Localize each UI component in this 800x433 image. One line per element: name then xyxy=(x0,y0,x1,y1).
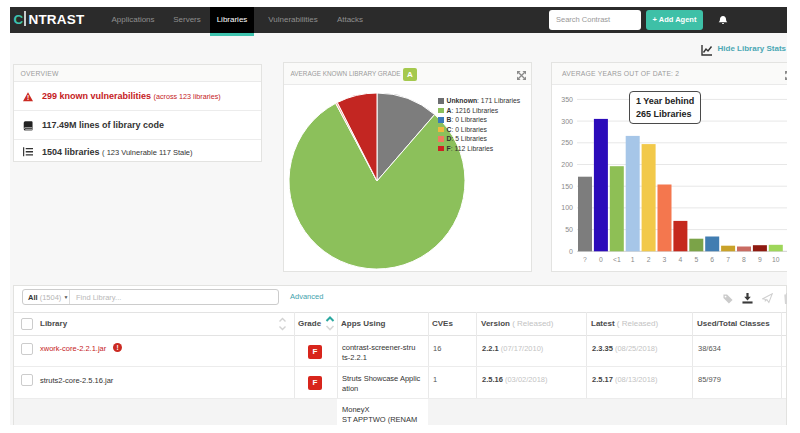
svg-text:100: 100 xyxy=(561,204,573,211)
svg-text:200: 200 xyxy=(561,161,573,168)
svg-text:!: ! xyxy=(116,344,118,351)
svg-text:0: 0 xyxy=(569,248,573,255)
svg-text:6: 6 xyxy=(710,256,714,263)
svg-text:7: 7 xyxy=(726,256,730,263)
svg-text:8: 8 xyxy=(742,256,746,263)
svg-text:!: ! xyxy=(27,94,29,101)
svg-text:10: 10 xyxy=(772,256,780,263)
svg-text:?: ? xyxy=(583,256,587,263)
svg-text:300: 300 xyxy=(561,118,573,125)
svg-text:2: 2 xyxy=(647,256,651,263)
svg-text:5: 5 xyxy=(694,256,698,263)
svg-text:3: 3 xyxy=(663,256,667,263)
svg-text:250: 250 xyxy=(561,139,573,146)
svg-text:150: 150 xyxy=(561,183,573,190)
svg-text:4: 4 xyxy=(679,256,683,263)
svg-text:0: 0 xyxy=(599,256,603,263)
svg-text:1: 1 xyxy=(631,256,635,263)
svg-text:350: 350 xyxy=(561,96,573,103)
svg-text:50: 50 xyxy=(565,226,573,233)
svg-text:9: 9 xyxy=(758,256,762,263)
svg-text:<1: <1 xyxy=(613,256,621,263)
